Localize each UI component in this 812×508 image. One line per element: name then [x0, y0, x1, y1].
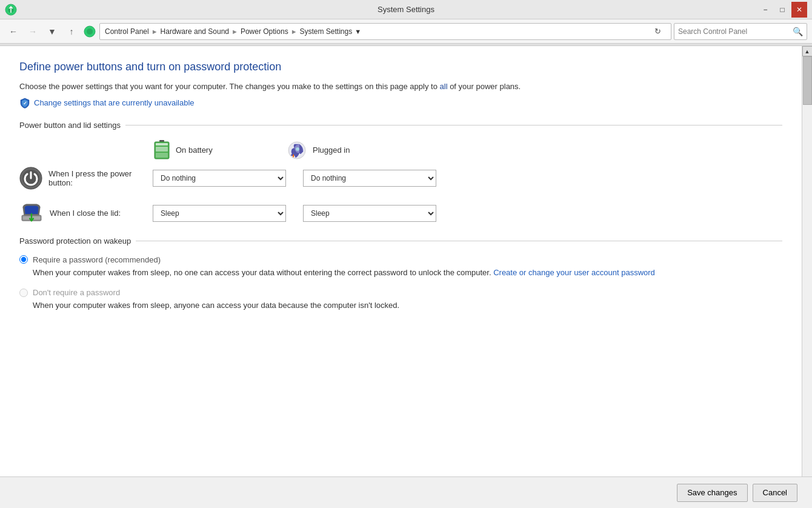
no-password-option: Don't require a password When your compu…	[19, 288, 782, 312]
lid-close-label-area: When I close the lid:	[19, 201, 153, 226]
app-icon	[5, 4, 17, 16]
svg-rect-8	[156, 147, 168, 152]
power-icon-svg	[19, 167, 42, 190]
power-button-battery-select[interactable]: Do nothing Sleep Hibernate Shut down Tur…	[153, 170, 286, 187]
breadcrumb-system-settings: System Settings	[300, 27, 353, 36]
no-password-label-row: Don't require a password	[19, 288, 782, 297]
page-title: Define power buttons and turn on passwor…	[19, 61, 782, 73]
lid-close-dropdowns: Sleep Do nothing Hibernate Shut down Tur…	[153, 205, 436, 222]
footer-bar: Save changes Cancel	[0, 476, 812, 508]
no-password-desc: When your computer wakes from sleep, any…	[33, 299, 782, 312]
window-title: System Settings	[378, 5, 434, 14]
lid-plugged-select[interactable]: Sleep Do nothing Hibernate Shut down Tur…	[303, 205, 436, 222]
power-button-row: When I press the power button: Do nothin…	[19, 166, 782, 190]
refresh-button[interactable]: ↻	[649, 23, 666, 40]
window-controls: − □ ✕	[757, 2, 807, 18]
breadcrumb-power-options: Power Options	[241, 27, 288, 36]
lid-close-row: When I close the lid: Sleep Do nothing H…	[19, 201, 782, 226]
save-changes-button[interactable]: Save changes	[677, 484, 747, 502]
section1-header: Power button and lid settings	[19, 121, 782, 130]
power-button-plugged-select[interactable]: Do nothing Sleep Hibernate Shut down Tur…	[303, 170, 436, 187]
plugged-label: Plugged in	[313, 145, 350, 155]
lid-close-label: When I close the lid:	[50, 209, 121, 218]
settings-link-row: ✓ Change settings that are currently una…	[19, 98, 782, 109]
section2-line	[136, 241, 782, 241]
dropdown-button[interactable]: ▼	[44, 23, 61, 40]
scroll-up-button[interactable]: ▲	[802, 46, 813, 56]
change-settings-link[interactable]: Change settings that are currently unava…	[34, 98, 195, 107]
plugged-icon	[286, 139, 308, 161]
require-password-label-row: Require a password (recommended)	[19, 255, 782, 264]
require-password-desc: When your computer wakes from sleep, no …	[33, 267, 782, 279]
up-button[interactable]: ↑	[63, 23, 80, 40]
search-icon: 🔍	[793, 27, 803, 36]
no-password-radio[interactable]	[19, 289, 28, 297]
power-button-icon	[19, 166, 42, 190]
footer-spacer	[19, 321, 782, 358]
power-button-label-area: When I press the power button:	[19, 166, 153, 190]
section2-title: Password protection on wakeup	[19, 236, 131, 246]
svg-rect-9	[156, 143, 168, 145]
search-input[interactable]	[678, 27, 790, 36]
lid-battery-select[interactable]: Sleep Do nothing Hibernate Shut down Tur…	[153, 205, 286, 222]
all-text: all	[440, 82, 448, 91]
svg-point-3	[87, 28, 93, 35]
main-container: Define power buttons and turn on passwor…	[0, 46, 812, 508]
plugged-column-header: Plugged in	[286, 139, 419, 161]
lid-icon-svg	[19, 202, 44, 225]
breadcrumb-bar: Control Panel ► Hardware and Sound ► Pow…	[99, 23, 671, 40]
title-bar: System Settings − □ ✕	[0, 0, 812, 19]
content-area: Define power buttons and turn on passwor…	[0, 46, 802, 508]
forward-button[interactable]: →	[24, 23, 41, 40]
scrollbar: ▲ ▼	[802, 46, 812, 508]
breadcrumb-control-panel: Control Panel	[105, 27, 149, 36]
scroll-track	[802, 56, 812, 498]
svg-rect-7	[156, 153, 168, 158]
back-button[interactable]: ←	[5, 23, 22, 40]
search-bar: 🔍	[674, 23, 807, 40]
require-password-label: Require a password (recommended)	[33, 255, 161, 264]
breadcrumb-dropdown[interactable]: ▼	[354, 28, 361, 35]
section1-title: Power button and lid settings	[19, 121, 121, 130]
power-button-dropdowns: Do nothing Sleep Hibernate Shut down Tur…	[153, 170, 436, 187]
title-bar-left	[5, 4, 17, 16]
minimize-button[interactable]: −	[757, 2, 773, 18]
section2-header: Password protection on wakeup	[19, 236, 782, 246]
section1-line	[125, 125, 782, 125]
scroll-thumb[interactable]	[803, 56, 812, 105]
require-password-radio[interactable]	[19, 255, 28, 264]
breadcrumb-icon	[84, 25, 96, 38]
column-headers: On battery Plugged in	[153, 139, 782, 161]
power-button-label: When I press the power button:	[48, 169, 153, 187]
address-bar: ← → ▼ ↑ Control Panel ► Hardware and Sou…	[0, 19, 812, 44]
battery-label: On battery	[176, 145, 213, 155]
breadcrumb-hardware-sound: Hardware and Sound	[161, 27, 229, 36]
maximize-button[interactable]: □	[774, 2, 790, 18]
lid-close-icon	[19, 201, 44, 226]
battery-icon	[153, 139, 171, 161]
cancel-button[interactable]: Cancel	[753, 484, 797, 502]
close-button[interactable]: ✕	[791, 2, 807, 18]
svg-point-11	[296, 147, 299, 151]
no-password-label: Don't require a password	[33, 288, 120, 297]
svg-text:✓: ✓	[23, 101, 27, 106]
battery-column-header: On battery	[153, 139, 286, 161]
description-text: Choose the power settings that you want …	[19, 81, 782, 93]
require-password-option: Require a password (recommended) When yo…	[19, 255, 782, 279]
shield-icon: ✓	[19, 98, 30, 109]
create-password-link[interactable]: Create or change your user account passw…	[493, 268, 655, 277]
